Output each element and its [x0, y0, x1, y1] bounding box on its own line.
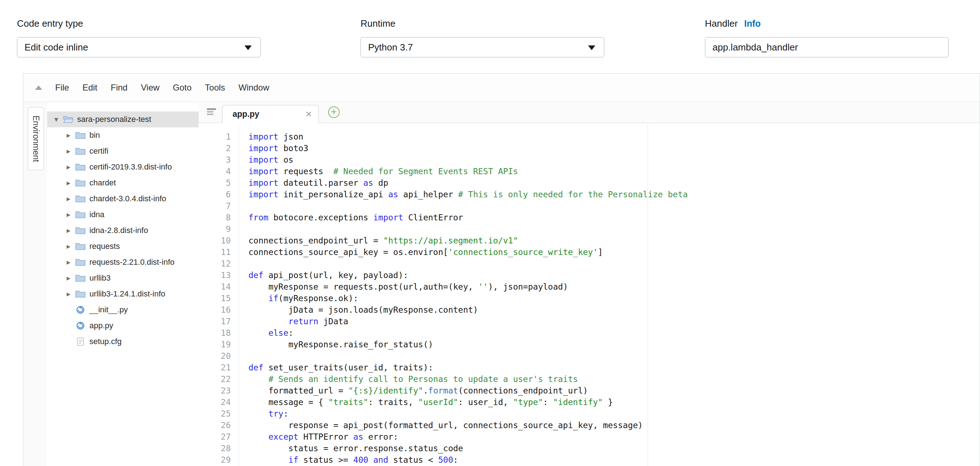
code-line[interactable]: formatted_url = "{:s}/identify".format(c…: [248, 385, 980, 396]
menu-item-file[interactable]: File: [55, 83, 69, 93]
tree-item-urllib3-1-24-1-dist-info[interactable]: ▸urllib3-1.24.1.dist-info: [47, 286, 199, 302]
code-line[interactable]: import json: [248, 131, 980, 143]
line-number[interactable]: 11: [199, 247, 231, 258]
menu-item-tools[interactable]: Tools: [205, 83, 225, 93]
line-number[interactable]: 18: [199, 327, 231, 339]
line-number[interactable]: 17: [199, 316, 231, 327]
line-number[interactable]: 24: [199, 396, 231, 408]
code-line[interactable]: import dateutil.parser as dp: [248, 177, 980, 189]
tree-item-setup-cfg[interactable]: ▸setup.cfg: [47, 334, 199, 350]
line-number[interactable]: 16: [199, 304, 231, 316]
expand-arrow-icon[interactable]: ▸: [63, 210, 74, 219]
expand-arrow-icon[interactable]: ▸: [63, 147, 74, 156]
environment-tab[interactable]: Environment: [28, 107, 44, 170]
expand-arrow-icon[interactable]: ▸: [63, 226, 74, 235]
tab-list-icon[interactable]: [207, 108, 216, 117]
tree-item-app-py[interactable]: ▸app.py: [47, 318, 199, 334]
line-number[interactable]: 5: [199, 177, 231, 189]
code-line[interactable]: try:: [248, 408, 980, 420]
tree-item-certifi-2019-3-9-dist-info[interactable]: ▸certifi-2019.3.9.dist-info: [47, 159, 199, 175]
line-number[interactable]: 29: [199, 454, 231, 466]
tree-item-bin[interactable]: ▸bin: [47, 127, 199, 143]
expand-arrow-icon[interactable]: ▸: [63, 242, 74, 251]
line-number[interactable]: 12: [199, 258, 231, 269]
line-number[interactable]: 14: [199, 281, 231, 293]
expand-arrow-icon[interactable]: ▸: [63, 289, 74, 298]
code-line[interactable]: return jData: [248, 316, 980, 327]
line-number[interactable]: 22: [199, 373, 231, 385]
line-number[interactable]: 9: [199, 223, 231, 235]
code-line[interactable]: [248, 258, 980, 269]
line-number[interactable]: 20: [199, 350, 231, 362]
expand-arrow-icon[interactable]: ▸: [63, 194, 74, 203]
expand-arrow-icon[interactable]: ▸: [63, 163, 74, 171]
tree-item-urllib3[interactable]: ▸urllib3: [47, 270, 199, 286]
code-line[interactable]: myResponse.raise_for_status(): [248, 339, 980, 350]
menu-item-find[interactable]: Find: [111, 83, 128, 93]
line-number[interactable]: 1: [199, 131, 231, 143]
tree-item-certifi[interactable]: ▸certifi: [47, 143, 199, 159]
menu-item-window[interactable]: Window: [238, 83, 269, 93]
tree-item-requests[interactable]: ▸requests: [47, 239, 199, 254]
code-line[interactable]: status = error.response.status_code: [248, 442, 980, 454]
line-number[interactable]: 7: [199, 200, 231, 212]
line-number[interactable]: 23: [199, 385, 231, 396]
new-tab-button[interactable]: +: [328, 107, 340, 118]
code-line[interactable]: def api_post(url, key, payload):: [248, 269, 980, 281]
line-number[interactable]: 27: [199, 431, 231, 442]
line-number[interactable]: 19: [199, 339, 231, 350]
collapse-menu-icon[interactable]: [35, 86, 42, 90]
line-number[interactable]: 4: [199, 165, 231, 177]
line-number[interactable]: 15: [199, 293, 231, 304]
code-entry-type-select[interactable]: Edit code inline: [17, 37, 261, 57]
expand-arrow-icon[interactable]: ▸: [63, 131, 74, 140]
tree-item-idna[interactable]: ▸idna: [47, 207, 199, 223]
line-number[interactable]: 6: [199, 189, 231, 200]
code-line[interactable]: import os: [248, 154, 980, 165]
close-icon[interactable]: ×: [305, 108, 312, 119]
code-line[interactable]: jData = json.loads(myResponse.content): [248, 304, 980, 316]
line-number[interactable]: 25: [199, 408, 231, 420]
menu-item-view[interactable]: View: [141, 83, 160, 93]
runtime-select[interactable]: Python 3.7: [361, 37, 604, 57]
code-line[interactable]: import boto3: [248, 143, 980, 154]
handler-input[interactable]: [705, 37, 949, 57]
expand-arrow-icon[interactable]: ▸: [63, 178, 74, 187]
code-line[interactable]: import init_personalize_api as api_helpe…: [248, 189, 980, 200]
tree-item-chardet-3-0-4-dist-info[interactable]: ▸chardet-3.0.4.dist-info: [47, 191, 199, 207]
menu-item-edit[interactable]: Edit: [83, 83, 97, 93]
line-number[interactable]: 8: [199, 212, 231, 223]
code-line[interactable]: def set_user_traits(user_id, traits):: [248, 362, 980, 373]
code-line[interactable]: import requests # Needed for Segment Eve…: [248, 165, 980, 177]
line-number[interactable]: 28: [199, 442, 231, 454]
tree-item--init-py[interactable]: ▸__init__.py: [47, 302, 199, 318]
code-lines[interactable]: import jsonimport boto3import osimport r…: [239, 123, 980, 466]
tree-item-chardet[interactable]: ▸chardet: [47, 175, 199, 191]
code-line[interactable]: connections_endpoint_url = "https://api.…: [248, 235, 980, 247]
code-line[interactable]: response = api_post(formatted_url, conne…: [248, 420, 980, 431]
collapse-arrow-icon[interactable]: ▾: [51, 115, 62, 124]
line-number[interactable]: 3: [199, 154, 231, 165]
handler-info-link[interactable]: Info: [744, 18, 761, 29]
code-line[interactable]: # Sends an identify call to Personas to …: [248, 373, 980, 385]
tree-item-requests-2-21-0-dist-info[interactable]: ▸requests-2.21.0.dist-info: [47, 254, 199, 270]
code-line[interactable]: else:: [248, 327, 980, 339]
expand-arrow-icon[interactable]: ▸: [63, 258, 74, 267]
code-line[interactable]: if(myResponse.ok):: [248, 293, 980, 304]
tree-item-sara-personalize-test[interactable]: ▾sara-personalize-test: [47, 111, 199, 127]
line-number[interactable]: 2: [199, 143, 231, 154]
code-line[interactable]: [248, 350, 980, 362]
expand-arrow-icon[interactable]: ▸: [63, 274, 74, 282]
tab-app-py[interactable]: app.py ×: [222, 105, 319, 123]
code-line[interactable]: message = { "traits": traits, "userId": …: [248, 396, 980, 408]
code-line[interactable]: except HTTPError as error:: [248, 431, 980, 442]
line-number[interactable]: 10: [199, 235, 231, 247]
line-number[interactable]: 13: [199, 269, 231, 281]
line-number[interactable]: 21: [199, 362, 231, 373]
code-editor[interactable]: 1234567891011121314151617181920212223242…: [199, 123, 980, 466]
code-line[interactable]: [248, 200, 980, 212]
line-number-gutter[interactable]: 1234567891011121314151617181920212223242…: [199, 123, 239, 466]
tree-item-idna-2-8-dist-info[interactable]: ▸idna-2.8.dist-info: [47, 223, 199, 239]
line-number[interactable]: 26: [199, 420, 231, 431]
menu-item-goto[interactable]: Goto: [173, 83, 191, 93]
